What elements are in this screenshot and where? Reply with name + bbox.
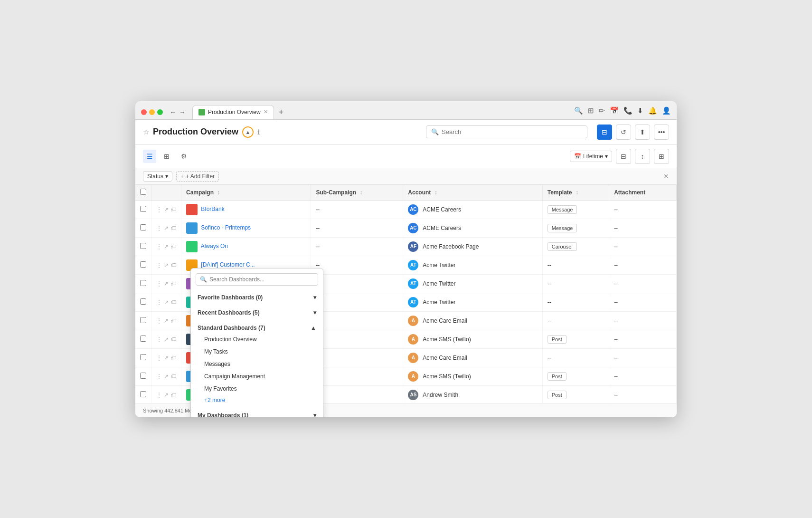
row-share-icon[interactable]: ↗ <box>164 243 169 250</box>
row-menu-icon[interactable]: ⋮ <box>156 373 162 380</box>
edit-icon[interactable]: ✏ <box>599 106 605 115</box>
row-checkbox-cell[interactable] <box>135 311 151 330</box>
sub-campaign-column[interactable]: Sub-Campaign ↕ <box>311 185 403 201</box>
lifetime-button[interactable]: 📅 Lifetime ▾ <box>570 151 612 162</box>
row-tag-icon[interactable]: 🏷 <box>170 225 176 231</box>
row-share-icon[interactable]: ↗ <box>164 355 169 361</box>
download-icon[interactable]: ⬇ <box>637 106 643 115</box>
tab-close-icon[interactable]: ✕ <box>264 109 268 115</box>
row-checkbox-cell[interactable] <box>135 237 151 256</box>
row-menu-icon[interactable]: ⋮ <box>156 243 162 250</box>
row-share-icon[interactable]: ↗ <box>164 373 169 380</box>
row-share-icon[interactable]: ↗ <box>164 262 169 269</box>
close-traffic-light[interactable] <box>141 109 147 115</box>
row-tag-icon[interactable]: 🏷 <box>170 243 176 250</box>
grid-view-button[interactable]: ⊞ <box>654 149 669 164</box>
row-tag-icon[interactable]: 🏷 <box>170 336 176 343</box>
row-menu-icon[interactable]: ⋮ <box>156 280 162 287</box>
active-tab[interactable]: Production Overview ✕ <box>192 105 274 119</box>
phone-icon[interactable]: 📞 <box>623 106 633 115</box>
export-button[interactable]: ⬆ <box>635 125 650 140</box>
row-tag-icon[interactable]: 🏷 <box>170 206 176 213</box>
standard-dashboards-header[interactable]: Standard Dashboards (7) ▲ <box>198 322 316 333</box>
back-icon[interactable]: ← <box>170 108 176 116</box>
calendar-icon[interactable]: 📅 <box>610 106 619 115</box>
dashboard-item-messages[interactable]: Messages <box>198 358 316 370</box>
row-tag-icon[interactable]: 🏷 <box>170 317 176 324</box>
row-tag-icon[interactable]: 🏷 <box>170 355 176 361</box>
row-checkbox[interactable] <box>140 298 146 305</box>
avatar-icon[interactable]: 👤 <box>662 106 671 115</box>
row-checkbox-cell[interactable] <box>135 256 151 274</box>
dashboard-item-tasks[interactable]: My Tasks <box>198 345 316 358</box>
my-dashboards-header[interactable]: My Dashboards (1) ▾ <box>198 409 316 417</box>
campaign-link[interactable]: BforBank <box>201 206 224 212</box>
row-checkbox-cell[interactable] <box>135 200 151 219</box>
row-menu-icon[interactable]: ⋮ <box>156 225 162 231</box>
row-checkbox[interactable] <box>140 224 146 230</box>
row-checkbox[interactable] <box>140 336 146 342</box>
attachment-column[interactable]: Attachment <box>609 185 677 201</box>
row-menu-icon[interactable]: ⋮ <box>156 206 162 213</box>
row-menu-icon[interactable]: ⋮ <box>156 262 162 269</box>
row-checkbox-cell[interactable] <box>135 274 151 293</box>
dashboard-search-input[interactable] <box>209 276 314 283</box>
row-checkbox[interactable] <box>140 354 146 360</box>
info-icon[interactable]: ℹ <box>257 128 260 136</box>
search-browser-icon[interactable]: 🔍 <box>574 106 583 115</box>
settings-view-button[interactable]: ⚙ <box>177 150 190 163</box>
row-checkbox[interactable] <box>140 261 146 268</box>
star-icon[interactable]: ☆ <box>143 128 149 136</box>
row-tag-icon[interactable]: 🏷 <box>170 262 176 269</box>
bell-icon[interactable]: 🔔 <box>648 106 657 115</box>
select-all-column[interactable] <box>135 185 151 201</box>
select-all-checkbox[interactable] <box>140 189 146 195</box>
row-share-icon[interactable]: ↗ <box>164 299 169 306</box>
row-menu-icon[interactable]: ⋮ <box>156 355 162 361</box>
columns-button[interactable]: ⊟ <box>616 149 631 164</box>
more-dashboards-link[interactable]: +2 more <box>198 395 316 405</box>
row-checkbox[interactable] <box>140 373 146 379</box>
recent-dashboards-header[interactable]: Recent Dashboards (5) ▾ <box>198 307 316 318</box>
row-tag-icon[interactable]: 🏷 <box>170 299 176 306</box>
row-checkbox-cell[interactable] <box>135 219 151 237</box>
dashboard-item-favorites[interactable]: My Favorites <box>198 383 316 395</box>
list-view-button[interactable]: ☰ <box>143 150 156 163</box>
more-options-button[interactable]: ••• <box>654 125 669 140</box>
row-share-icon[interactable]: ↗ <box>164 280 169 287</box>
row-checkbox[interactable] <box>140 391 146 397</box>
campaign-link[interactable]: Always On <box>201 243 228 249</box>
row-share-icon[interactable]: ↗ <box>164 206 169 213</box>
row-share-icon[interactable]: ↗ <box>164 317 169 324</box>
campaign-link[interactable]: [DAinf] Customer C... <box>201 261 255 268</box>
row-tag-icon[interactable]: 🏷 <box>170 392 176 398</box>
row-checkbox[interactable] <box>140 317 146 323</box>
grid-icon[interactable]: ⊞ <box>588 106 594 115</box>
dashboard-item-production[interactable]: Production Overview <box>198 333 316 345</box>
row-tag-icon[interactable]: 🏷 <box>170 373 176 380</box>
row-menu-icon[interactable]: ⋮ <box>156 317 162 324</box>
dropdown-toggle-button[interactable]: ▲ <box>242 126 254 138</box>
row-menu-icon[interactable]: ⋮ <box>156 336 162 343</box>
filter-button[interactable]: ⊟ <box>597 125 612 140</box>
search-input[interactable] <box>442 128 582 135</box>
minimize-traffic-light[interactable] <box>149 109 155 115</box>
add-filter-button[interactable]: + + Add Filter <box>176 171 219 182</box>
sort-button[interactable]: ↕ <box>635 149 650 164</box>
campaign-link[interactable]: Sofinco - Printemps <box>201 224 251 231</box>
campaign-column[interactable]: Campaign ↕ <box>181 185 311 201</box>
row-checkbox[interactable] <box>140 280 146 286</box>
account-column[interactable]: Account ↕ <box>403 185 542 201</box>
favorite-dashboards-header[interactable]: Favorite Dashboards (0) ▾ <box>198 291 316 303</box>
row-checkbox-cell[interactable] <box>135 293 151 311</box>
new-tab-button[interactable]: + <box>275 106 288 119</box>
row-checkbox[interactable] <box>140 206 146 212</box>
dashboard-item-campaign[interactable]: Campaign Management <box>198 370 316 383</box>
row-checkbox-cell[interactable] <box>135 330 151 348</box>
row-checkbox[interactable] <box>140 243 146 249</box>
row-menu-icon[interactable]: ⋮ <box>156 392 162 398</box>
template-column[interactable]: Template ↕ <box>542 185 609 201</box>
row-checkbox-cell[interactable] <box>135 348 151 367</box>
row-checkbox-cell[interactable] <box>135 385 151 403</box>
close-filter-icon[interactable]: ✕ <box>663 173 669 180</box>
